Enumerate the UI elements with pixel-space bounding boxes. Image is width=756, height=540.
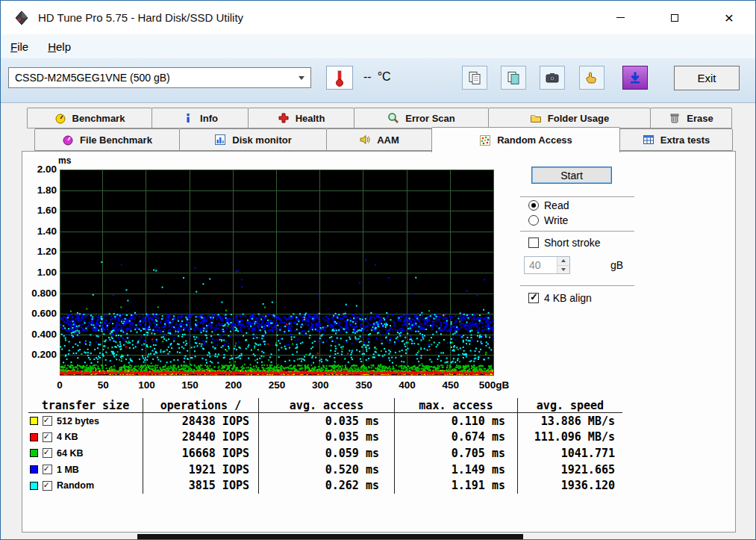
table-cell-operations: 1921 IOPS [143, 462, 259, 478]
stepper-buttons [557, 257, 569, 273]
short-stroke-option[interactable]: Short stroke [528, 237, 600, 249]
temperature-button[interactable] [326, 66, 353, 90]
x-tick-label: 100 [138, 379, 155, 391]
tab-benchmark[interactable]: Benchmark [27, 108, 152, 128]
minimize-button[interactable] [605, 1, 635, 34]
series-checkbox[interactable] [43, 448, 52, 458]
screenshot-button[interactable] [540, 66, 565, 90]
down-arrow-icon [561, 268, 566, 271]
read-radio[interactable] [528, 200, 539, 211]
health-icon [278, 112, 290, 124]
series-color-swatch [30, 417, 38, 425]
exit-button[interactable]: Exit [674, 66, 740, 90]
align-label: 4 KB align [544, 292, 592, 304]
series-color-swatch [30, 449, 38, 457]
write-radio[interactable] [528, 215, 539, 226]
table-cell-transfer-size: 1 MB [28, 462, 143, 478]
col-header-transfer-size: transfer size [28, 398, 143, 413]
temperature-unit: °C [378, 70, 391, 84]
window-title: HD Tune Pro 5.75 - Hard Disk/SSD Utility [38, 11, 243, 24]
y-tick-label: 2.00 [24, 164, 57, 175]
align-checkbox[interactable] [528, 293, 539, 303]
download-button[interactable] [622, 66, 648, 90]
stepper-down-button[interactable] [557, 265, 569, 274]
series-checkbox[interactable] [43, 416, 52, 426]
x-tick-label: 450 [443, 379, 460, 391]
col-header-operations: operations / [143, 398, 259, 413]
tab-info[interactable]: Info [151, 108, 249, 128]
tab-disk-monitor[interactable]: Disk monitor [179, 128, 327, 151]
hand-icon [584, 70, 599, 85]
maximize-button[interactable] [660, 1, 690, 34]
start-button[interactable]: Start [531, 167, 612, 184]
y-tick-label: 0.400 [24, 329, 57, 340]
series-checkbox[interactable] [43, 465, 52, 474]
table-cell-avg-access: 0.059 ms [259, 445, 395, 462]
series-label: 64 KB [57, 448, 83, 459]
thermometer-icon [333, 67, 346, 88]
y-tick-label: 0.800 [24, 288, 57, 299]
copy-image-button[interactable] [501, 66, 526, 90]
extra-tests-icon [643, 134, 655, 146]
table-cell-max-access: 0.110 ms [395, 413, 518, 429]
table-cell-transfer-size: 512 bytes [28, 413, 143, 429]
tab-label: Error Scan [405, 113, 454, 124]
stroke-size-value[interactable]: 40 [525, 257, 557, 273]
file-benchmark-icon [62, 134, 74, 146]
drive-selector[interactable]: CSSD-M2M5GEG1VNE (500 gB) [8, 67, 311, 88]
donate-button[interactable] [579, 66, 605, 90]
start-button-label: Start [560, 170, 583, 181]
read-label: Read [544, 199, 569, 211]
x-tick-label: 300 [312, 379, 329, 391]
copy-button[interactable] [462, 66, 487, 90]
temperature-readout: -- °C [363, 70, 391, 84]
tab-label: Health [296, 113, 325, 124]
close-button[interactable]: × [714, 1, 744, 34]
copy-icon [467, 70, 482, 85]
stroke-size-stepper[interactable]: 40 [524, 256, 570, 274]
separator [520, 196, 634, 198]
tab-health[interactable]: Health [248, 108, 354, 128]
read-option[interactable]: Read [528, 199, 569, 211]
stepper-up-button[interactable] [557, 257, 569, 265]
table-cell-avg-speed: 1936.120 [518, 477, 622, 494]
tab-extra-tests[interactable]: Extra tests [619, 128, 733, 151]
tab-error-scan[interactable]: Error Scan [354, 108, 489, 128]
write-label: Write [544, 214, 568, 226]
col-header-avg-access: avg. access [259, 398, 395, 413]
tab-label: Benchmark [72, 113, 125, 124]
tab-folder-usage[interactable]: Folder Usage [488, 108, 651, 128]
short-stroke-label: Short stroke [544, 237, 600, 249]
series-checkbox[interactable] [43, 432, 52, 442]
drive-selector-value: CSSD-M2M5GEG1VNE (500 gB) [15, 72, 170, 84]
temperature-value: -- [363, 70, 372, 84]
toolbar: CSSD-M2M5GEG1VNE (500 gB) -- °C Exit [1, 58, 755, 103]
exit-button-label: Exit [697, 72, 716, 84]
tab-aam[interactable]: AAM [326, 128, 432, 151]
y-axis-labels: 2.001.801.601.401.201.000.8000.6000.4000… [24, 152, 57, 391]
download-icon [628, 70, 643, 85]
tab-label: Erase [687, 113, 713, 124]
x-axis-labels: 050100150200250300350400450500gB [22, 379, 735, 394]
write-option[interactable]: Write [528, 214, 568, 226]
series-label: 4 KB [57, 432, 78, 442]
tab-random-access[interactable]: Random Access [431, 127, 620, 152]
folder-icon [530, 112, 542, 124]
menu-file[interactable]: File [10, 40, 28, 53]
y-tick-label: 0.200 [24, 349, 57, 360]
align-option[interactable]: 4 KB align [528, 292, 592, 304]
menu-help[interactable]: Help [48, 40, 71, 53]
short-stroke-checkbox[interactable] [528, 238, 539, 248]
table-cell-transfer-size: 4 KB [28, 429, 143, 446]
tab-row-2: File Benchmark Disk monitor AAM Random A… [34, 128, 733, 152]
separator [520, 285, 634, 287]
y-tick-label: 0.600 [24, 308, 57, 319]
minimize-icon [616, 17, 625, 18]
tab-file-benchmark[interactable]: File Benchmark [34, 128, 180, 151]
tab-erase[interactable]: Erase [650, 108, 732, 128]
series-checkbox[interactable] [43, 481, 52, 491]
table-cell-operations: 3815 IOPS [143, 477, 259, 494]
table-cell-operations: 16668 IOPS [143, 445, 259, 462]
tab-label: File Benchmark [80, 134, 152, 146]
tab-row-1: Benchmark Info Health Error Scan Folder … [27, 108, 732, 128]
